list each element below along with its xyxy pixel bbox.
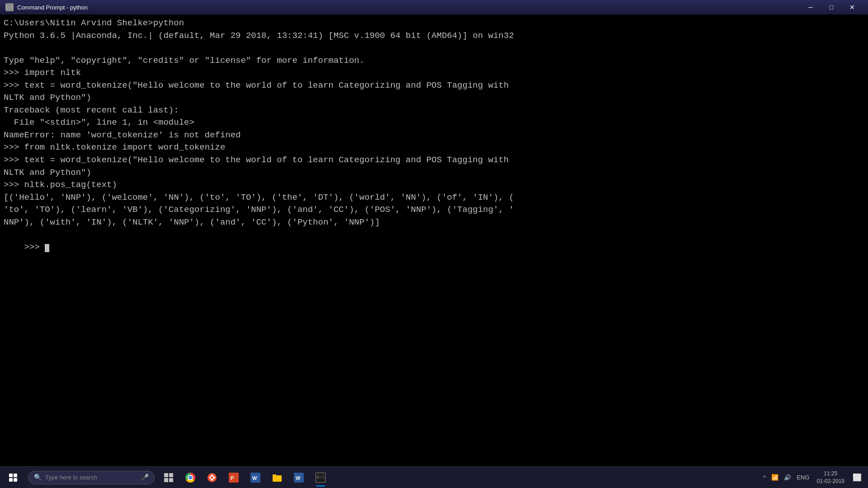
taskbar-item-cmd[interactable]: C:\ [310, 468, 331, 488]
prompt-text: >>> [24, 242, 45, 252]
tray-notification-icon[interactable]: ⬜ [850, 472, 864, 483]
svg-rect-14 [273, 474, 276, 476]
titlebar-controls: ─ □ ✕ [800, 0, 863, 14]
svg-text:W: W [296, 475, 301, 481]
terminal-line: NameError: name 'word_tokenize' is not d… [4, 129, 864, 142]
titlebar-icon: C:\ [5, 3, 14, 11]
terminal-line: File "<stdin>", line 1, in <module> [4, 117, 864, 129]
chrome-icon [185, 473, 195, 483]
task-view-icon [164, 473, 174, 483]
terminal-line: >>> import nltk [4, 67, 864, 80]
svg-text:W: W [252, 475, 257, 481]
terminal-line: >>> text = word_tokenize("Hello welcome … [4, 80, 864, 92]
terminal-line: [('Hello', 'NNP'), ('welcome', 'NN'), ('… [4, 192, 864, 204]
terminal-prompt-cursor[interactable]: >>> [4, 229, 864, 266]
tray-language[interactable]: ENG [795, 473, 811, 482]
terminal-line: NLTK and Python") [4, 92, 864, 104]
close-button[interactable]: ✕ [842, 0, 863, 14]
terminal-line: 'to', 'TO'), ('learn', 'VB'), ('Categori… [4, 204, 864, 216]
terminal-line [4, 42, 864, 55]
svg-rect-1 [169, 473, 173, 477]
terminal-line: >>> nltk.pos_tag(text) [4, 179, 864, 192]
taskbar-items: P W W C:\ [158, 468, 331, 488]
terminal-line: Type "help", "copyright", "credits" or "… [4, 55, 864, 67]
svg-rect-0 [164, 473, 168, 477]
terminal-line: NNP'), ('with', 'IN'), ('NLTK', 'NNP'), … [4, 216, 864, 229]
powerpoint-icon: P [229, 473, 239, 483]
taskbar-search[interactable]: 🔍 Type here to search 🎤 [28, 471, 155, 484]
taskbar-item-word[interactable]: W [245, 468, 266, 488]
tray-date: 01-02-2019 [817, 478, 844, 485]
cursor [45, 244, 49, 252]
file-explorer-icon [272, 473, 282, 483]
microphone-icon: 🎤 [141, 474, 149, 481]
tray-time: 11:25 [817, 470, 844, 478]
terminal-line: >>> text = word_tokenize("Hello welcome … [4, 154, 864, 167]
windows-logo-icon [9, 474, 17, 482]
svg-text:P: P [231, 475, 234, 481]
titlebar: C:\ Command Prompt - python ─ □ ✕ [0, 0, 868, 14]
taskbar: 🔍 Type here to search 🎤 [0, 466, 868, 488]
tray-chevron[interactable]: ^ [761, 473, 768, 482]
minimize-button[interactable]: ─ [800, 0, 821, 14]
svg-point-5 [211, 474, 213, 476]
tray-clock[interactable]: 11:25 01-02-2019 [813, 470, 848, 485]
terminal-line: NLTK and Python") [4, 167, 864, 179]
terminal-line: Python 3.6.5 |Anaconda, Inc.| (default, … [4, 30, 864, 42]
search-placeholder: Type here to search [45, 474, 97, 481]
taskbar-item-git[interactable] [202, 468, 222, 488]
svg-rect-2 [164, 478, 168, 482]
word2-icon: W [294, 473, 304, 483]
terminal-line: Traceback (most recent call last): [4, 104, 864, 117]
titlebar-title: Command Prompt - python [17, 4, 800, 11]
taskbar-item-file-explorer[interactable] [267, 468, 288, 488]
search-icon: 🔍 [34, 474, 42, 481]
terminal-line: >>> from nltk.tokenize import word_token… [4, 141, 864, 154]
word-icon: W [250, 473, 260, 483]
terminal-area: C:\Users\Nitin Arvind Shelke>python Pyth… [0, 14, 868, 466]
terminal-line: C:\Users\Nitin Arvind Shelke>python [4, 17, 864, 30]
taskbar-item-word2[interactable]: W [288, 468, 309, 488]
svg-point-6 [211, 479, 213, 481]
start-button[interactable] [0, 467, 26, 488]
svg-rect-3 [169, 478, 173, 482]
git-icon [207, 473, 217, 483]
svg-point-7 [213, 477, 215, 479]
cmd-icon: C:\ [316, 473, 326, 483]
tray-volume-icon[interactable]: 🔊 [782, 473, 793, 482]
taskbar-item-chrome[interactable] [180, 468, 201, 488]
taskbar-item-powerpoint[interactable]: P [223, 468, 244, 488]
maximize-button[interactable]: □ [821, 0, 842, 14]
taskbar-item-task-view[interactable] [158, 468, 179, 488]
tray-network-icon[interactable]: 📶 [769, 473, 780, 482]
taskbar-tray: ^ 📶 🔊 ENG 11:25 01-02-2019 ⬜ [761, 470, 868, 485]
